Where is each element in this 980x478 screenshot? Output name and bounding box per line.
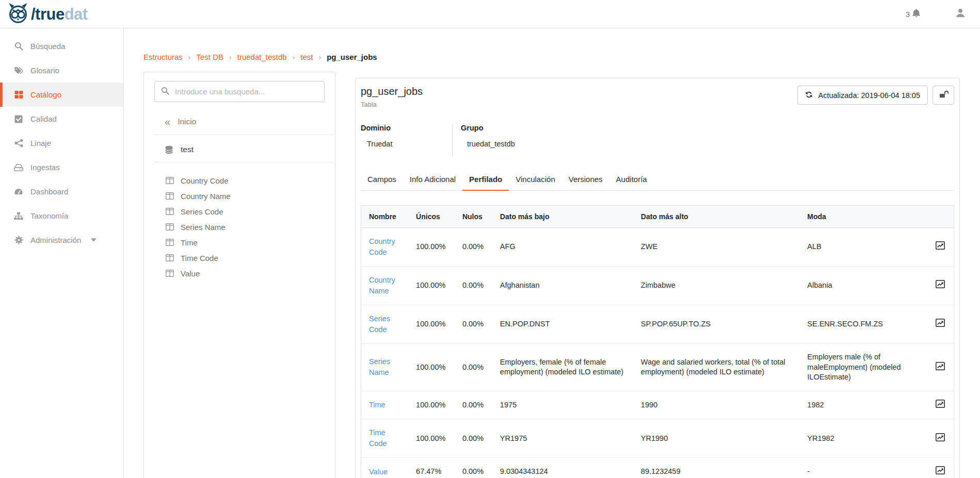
nulls-percent: 0.00% <box>455 344 492 391</box>
sidebar-item-taxonomia[interactable]: Taxonomía <box>0 204 123 228</box>
columns-icon <box>166 270 174 277</box>
highest-value: ZWE <box>633 228 799 267</box>
column-header: Nulos <box>455 206 492 228</box>
breadcrumb-link[interactable]: Estructuras <box>143 53 183 61</box>
logo-text: /truedat <box>31 6 88 22</box>
updated-button[interactable]: Actualizada: 2019-06-04 18:05 <box>797 86 928 105</box>
top-header: /truedat 3 <box>0 0 980 28</box>
refresh-icon <box>805 91 813 100</box>
tree-search-box <box>154 81 325 102</box>
sidebar-item-glosario[interactable]: Glosario <box>0 58 123 83</box>
tree-column-label: Country Code <box>181 176 229 185</box>
nulls-percent: 0.00% <box>455 267 492 305</box>
sidebar-item-label: Dashboard <box>30 187 68 196</box>
unique-percent: 100.00% <box>408 419 455 458</box>
tree-item-column[interactable]: Series Name <box>144 219 335 235</box>
tree-item-column[interactable]: Country Name <box>144 188 335 204</box>
tabs: CamposInfo AdicionalPerfiladoVinculación… <box>361 170 954 191</box>
column-header-actions <box>927 206 954 228</box>
field-name-link[interactable]: Time Code <box>369 427 400 449</box>
chart-line-icon[interactable] <box>935 280 946 290</box>
tab-auditoria[interactable]: Auditoría <box>609 170 654 190</box>
structure-tree-panel: « Inicio test Country CodeCountr <box>143 72 335 478</box>
tab-vinculacion[interactable]: Vinculación <box>509 170 561 190</box>
columns-icon <box>166 239 174 246</box>
column-header: Únicos <box>408 206 455 228</box>
sidebar-item-busqueda[interactable]: Búsqueda <box>0 34 123 58</box>
sidebar-item-linaje[interactable]: Linaje <box>0 131 123 155</box>
breadcrumb-link[interactable]: test <box>300 53 313 61</box>
breadcrumb-current: pg_user_jobs <box>327 53 377 61</box>
domain-value: Truedat <box>361 140 452 148</box>
breadcrumb-separator-icon: › <box>229 53 232 61</box>
columns-icon <box>166 177 174 184</box>
sidebar-item-label: Ingestas <box>30 163 60 172</box>
unlock-icon <box>939 90 949 100</box>
tree-column-label: Time Code <box>181 254 218 262</box>
lock-button[interactable] <box>933 86 954 105</box>
tree-search-input[interactable] <box>175 87 318 96</box>
tree-item-parent[interactable]: test <box>144 145 335 154</box>
structure-detail-panel: pg_user_jobs Tabla Actualizada: 2019- <box>355 78 960 478</box>
domain-label: Dominio <box>361 124 452 132</box>
tree-item-column[interactable]: Country Code <box>144 173 335 188</box>
nulls-percent: 0.00% <box>455 228 492 267</box>
unique-percent: 100.00% <box>408 228 455 267</box>
search-icon <box>161 87 169 97</box>
profile-row: Series Name100.00%0.00%Employers, female… <box>361 344 954 391</box>
structure-type-label: Tabla <box>361 101 423 108</box>
user-menu-button[interactable] <box>955 8 966 20</box>
chart-line-icon[interactable] <box>935 466 946 476</box>
tree-parent-label: test <box>181 145 194 154</box>
highest-value: SP.POP.65UP.TO.ZS <box>633 305 799 344</box>
mode-value: Albania <box>799 267 927 305</box>
columns-icon <box>166 223 174 230</box>
field-name-link[interactable]: Time <box>369 400 385 410</box>
highest-value: 89.1232459 <box>633 458 799 478</box>
tree-columns-list: Country CodeCountry NameSeries CodeSerie… <box>144 173 335 291</box>
mode-value: YR1982 <box>799 419 927 458</box>
profile-row: Series Code100.00%0.00%EN.POP.DNSTSP.POP… <box>361 305 954 344</box>
tree-item-column[interactable]: Series Code <box>144 204 335 219</box>
share-icon <box>13 139 24 147</box>
tab-perfilado[interactable]: Perfilado <box>462 170 509 191</box>
tree-column-label: Value <box>181 269 200 278</box>
field-name-link[interactable]: Country Code <box>369 236 400 258</box>
caret-down-icon <box>91 238 97 242</box>
chart-line-icon[interactable] <box>935 433 946 443</box>
breadcrumb-link[interactable]: truedat_testdb <box>237 53 287 61</box>
sidebar-item-dashboard[interactable]: Dashboard <box>0 179 123 204</box>
sidebar-item-label: Taxonomía <box>30 211 68 220</box>
highest-value: Zimbabwe <box>633 267 799 305</box>
chart-line-icon[interactable] <box>935 241 946 251</box>
tab-campos[interactable]: Campos <box>361 170 403 190</box>
lowest-value: 9.0304343124 <box>492 458 633 478</box>
field-name-link[interactable]: Country Name <box>369 275 400 296</box>
columns-icon <box>166 208 174 215</box>
app-logo[interactable]: /truedat <box>7 2 88 26</box>
sidebar-item-administracion[interactable]: Administración <box>0 228 123 252</box>
field-name-link[interactable]: Value <box>369 467 388 477</box>
breadcrumb-link[interactable]: Test DB <box>197 53 224 61</box>
unique-percent: 100.00% <box>408 267 455 305</box>
tab-info-adicional[interactable]: Info Adicional <box>403 170 462 190</box>
chart-line-icon[interactable] <box>935 362 946 372</box>
sidebar-item-label: Búsqueda <box>30 42 66 51</box>
column-header: Nombre <box>361 206 409 228</box>
unique-percent: 100.00% <box>408 305 455 344</box>
tab-versiones[interactable]: Versiones <box>562 170 609 190</box>
chart-line-icon[interactable] <box>935 400 946 409</box>
sidebar-item-catalogo[interactable]: Catálogo <box>0 83 123 107</box>
chart-line-icon[interactable] <box>935 319 946 328</box>
tree-item-column[interactable]: Value <box>144 266 335 281</box>
field-name-link[interactable]: Series Code <box>369 314 400 335</box>
sidebar-item-calidad[interactable]: Calidad <box>0 107 123 131</box>
tree-item-column[interactable]: Time Code <box>144 250 335 266</box>
field-name-link[interactable]: Series Name <box>369 356 400 378</box>
tree-column-label: Time <box>181 238 198 247</box>
tree-item-column[interactable]: Time <box>144 235 335 250</box>
breadcrumb-separator-icon: › <box>293 53 295 61</box>
notifications-button[interactable]: 3 <box>906 8 921 20</box>
sidebar-item-ingestas[interactable]: Ingestas <box>0 155 123 179</box>
tree-back-item[interactable]: « Inicio <box>144 117 335 127</box>
